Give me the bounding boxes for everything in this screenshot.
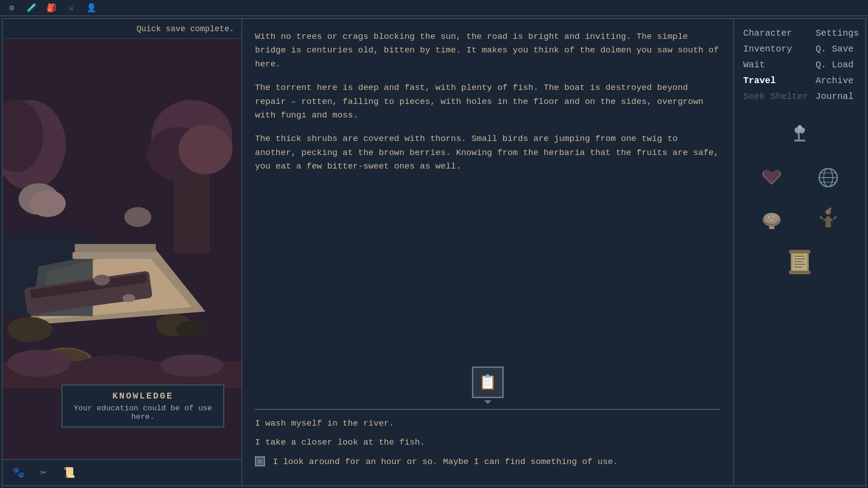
globe-icon[interactable] xyxy=(814,163,843,192)
icon-row-plant xyxy=(743,122,856,150)
svg-rect-21 xyxy=(75,244,156,253)
icon-row-mushroom-star xyxy=(743,205,856,234)
scissors-icon[interactable]: ✂ xyxy=(35,465,52,481)
divider xyxy=(255,409,721,410)
svg-point-18 xyxy=(7,350,70,377)
svg-point-27 xyxy=(7,317,52,342)
narrative-para-1: With no trees or crags blocking the sun,… xyxy=(255,30,721,71)
big-scroll-icon[interactable] xyxy=(785,246,814,275)
scene-canvas: KNOWLEDGE Your education could be of use… xyxy=(3,39,241,458)
svg-rect-59 xyxy=(789,271,811,274)
narrative-text: With no trees or crags blocking the sun,… xyxy=(242,19,733,363)
svg-point-43 xyxy=(768,216,770,219)
bottom-icon-bar: 🐾 ✂ 📜 xyxy=(3,459,241,485)
flask-icon[interactable]: 🧪 xyxy=(25,1,38,14)
svg-rect-29 xyxy=(794,140,805,141)
svg-line-48 xyxy=(820,216,823,219)
narrative-para-2: The torrent here is deep and fast, with … xyxy=(255,81,721,122)
dice-icon: ⚀ xyxy=(255,456,265,466)
svg-point-7 xyxy=(179,125,233,174)
plant-cursor-icon[interactable] xyxy=(785,122,814,150)
backpack-icon[interactable]: 🎒 xyxy=(45,1,58,14)
menu-seek-shelter: Seek Shelter xyxy=(743,89,808,103)
status-icons xyxy=(743,122,856,478)
knowledge-text: Your education could be of use here. xyxy=(70,404,216,421)
choices-area: I wash myself in the river. I take a clo… xyxy=(242,417,733,486)
sword-icon[interactable]: ⚔ xyxy=(65,1,78,14)
menu-character[interactable]: Character xyxy=(743,26,808,40)
scroll-small-icon[interactable]: 📜 xyxy=(61,465,77,481)
svg-point-46 xyxy=(826,209,831,215)
character-icon[interactable]: 👤 xyxy=(85,1,98,14)
choice-3[interactable]: ⚀ I look around for an hour or so. Maybe… xyxy=(255,455,721,469)
icon-row-scroll xyxy=(743,246,856,275)
menu-journal[interactable]: Journal xyxy=(816,89,859,103)
svg-point-23 xyxy=(94,275,110,286)
menu-settings[interactable]: Settings xyxy=(816,26,859,40)
choice-2[interactable]: I take a closer look at the fish. xyxy=(255,436,721,449)
menu-grid: Character Settings Inventory Q. Save Wai… xyxy=(743,26,856,103)
svg-point-24 xyxy=(123,294,135,302)
svg-marker-47 xyxy=(823,216,834,227)
svg-point-44 xyxy=(772,216,774,218)
svg-point-42 xyxy=(764,213,780,224)
knowledge-title: KNOWLEDGE xyxy=(70,391,216,401)
svg-point-11 xyxy=(30,190,66,217)
top-bar: ⚙ 🧪 🎒 ⚔ 👤 xyxy=(0,0,868,16)
save-banner: Quick save complete. xyxy=(3,19,241,39)
icon-row-heart-globe xyxy=(743,163,856,192)
left-panel: Quick save complete. xyxy=(3,19,242,485)
menu-qload[interactable]: Q. Load xyxy=(816,58,859,72)
right-panel: Character Settings Inventory Q. Save Wai… xyxy=(734,19,865,485)
star-person-icon[interactable] xyxy=(814,205,843,234)
svg-point-45 xyxy=(771,219,773,221)
paw-icon[interactable]: 🐾 xyxy=(10,465,26,481)
settings-icon[interactable]: ⚙ xyxy=(5,1,18,14)
knowledge-box: KNOWLEDGE Your education could be of use… xyxy=(61,385,224,427)
svg-line-49 xyxy=(834,216,836,219)
svg-point-20 xyxy=(160,354,223,377)
svg-point-12 xyxy=(124,207,151,227)
svg-point-19 xyxy=(75,355,156,380)
knowledge-icon-area[interactable]: 📋 xyxy=(242,363,733,402)
svg-point-26 xyxy=(176,320,208,338)
mushroom-icon[interactable] xyxy=(757,205,786,234)
svg-rect-22 xyxy=(72,252,158,259)
middle-panel: With no trees or crags blocking the sun,… xyxy=(242,19,734,485)
knowledge-scroll-button[interactable]: 📋 xyxy=(472,366,504,398)
narrative-para-3: The thick shrubs are covered with thorns… xyxy=(255,132,721,173)
menu-wait[interactable]: Wait xyxy=(743,58,808,72)
choice-2-text: I take a closer look at the fish. xyxy=(255,437,425,447)
choice-1[interactable]: I wash myself in the river. xyxy=(255,417,721,430)
menu-archive[interactable]: Archive xyxy=(816,74,859,88)
choice-1-text: I wash myself in the river. xyxy=(255,418,394,428)
svg-rect-58 xyxy=(789,250,811,253)
menu-travel[interactable]: Travel xyxy=(743,74,808,88)
choice-3-text: I look around for an hour or so. Maybe I… xyxy=(273,457,618,467)
main-container: Quick save complete. xyxy=(2,18,866,486)
menu-qsave[interactable]: Q. Save xyxy=(816,42,859,56)
save-text: Quick save complete. xyxy=(137,24,234,33)
menu-inventory[interactable]: Inventory xyxy=(743,42,808,56)
heart-icon[interactable] xyxy=(757,163,786,192)
